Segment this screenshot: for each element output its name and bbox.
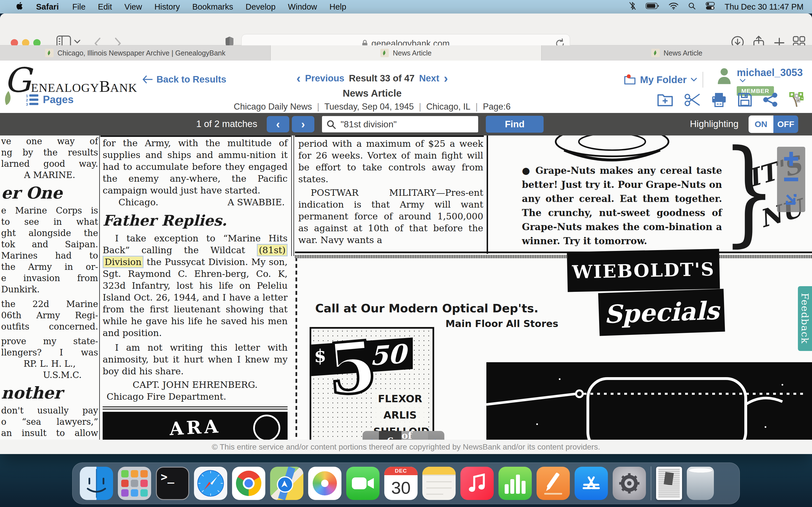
news-line: U.S.M.C. bbox=[1, 369, 98, 381]
dock-numbers-icon[interactable] bbox=[499, 467, 532, 500]
article-type: News Article bbox=[203, 88, 541, 99]
dock-finder-icon[interactable] bbox=[80, 467, 113, 500]
zoom-in-button[interactable] bbox=[782, 150, 800, 169]
news-paragraph: period with a maximum of $25 a week for … bbox=[298, 138, 483, 185]
dock-chrome-icon[interactable] bbox=[232, 467, 265, 500]
ad-ball-graphic bbox=[253, 414, 280, 440]
menu-item-window[interactable]: Window bbox=[282, 2, 323, 11]
news-sig-dept: Chicago Fire Department. bbox=[103, 391, 288, 402]
menu-item-help[interactable]: Help bbox=[323, 2, 353, 11]
calendar-month: DEC bbox=[384, 467, 417, 475]
dock-music-icon[interactable] bbox=[460, 467, 494, 500]
menu-item-view[interactable]: View bbox=[118, 2, 148, 11]
battery-icon[interactable] bbox=[646, 2, 659, 11]
grape-nuts-text: ● Grape-Nuts makes any cereal taste bett… bbox=[522, 164, 722, 248]
user-account[interactable]: michael_3053 MEMBER bbox=[716, 67, 812, 96]
pages-button[interactable]: 123 Pages bbox=[26, 94, 73, 106]
menu-item-history[interactable]: History bbox=[148, 2, 186, 11]
control-center-icon[interactable] bbox=[705, 2, 715, 12]
back-to-results-link[interactable]: Back to Results bbox=[142, 74, 226, 85]
tab-bar: Chicago, Illinois Newspaper Archive | Ge… bbox=[0, 45, 812, 61]
spotlight-search-icon[interactable] bbox=[688, 2, 696, 12]
news-line: don't usually pay bbox=[1, 405, 98, 416]
dock-trash-icon[interactable] bbox=[687, 467, 714, 500]
dock-safari-icon[interactable] bbox=[194, 467, 227, 500]
username[interactable]: michael_3053 bbox=[737, 67, 803, 78]
chevron-down-icon bbox=[740, 78, 746, 83]
dock-system-settings-icon[interactable] bbox=[613, 467, 646, 500]
price-number: 5 bbox=[324, 331, 379, 405]
menu-item-edit[interactable]: Edit bbox=[92, 2, 118, 11]
tab-title: News Article bbox=[393, 49, 432, 57]
previous-match-button[interactable]: ‹ bbox=[267, 116, 289, 132]
menubar-clock[interactable]: Thu Dec 30 11:47 PM bbox=[725, 2, 804, 11]
tab-news-article-2[interactable]: News Article bbox=[542, 45, 812, 61]
tab-news-article-active[interactable]: News Article bbox=[271, 45, 541, 61]
dock-calendar-icon[interactable]: DEC 30 bbox=[384, 467, 417, 500]
next-chevron-icon[interactable]: › bbox=[444, 74, 448, 82]
logo-leaf-icon bbox=[3, 91, 14, 106]
menu-item-develop[interactable]: Develop bbox=[239, 2, 282, 11]
news-text: the Pussycat Division. My son, Sgt. Raym… bbox=[103, 257, 288, 338]
bluetooth-off-icon[interactable] bbox=[629, 2, 636, 12]
dock-facetime-icon[interactable] bbox=[346, 467, 379, 500]
news-line: A MARINE. bbox=[1, 169, 98, 180]
next-match-button[interactable]: › bbox=[292, 116, 314, 132]
viewer-zoom-controls bbox=[777, 147, 805, 212]
menu-item-bookmarks[interactable]: Bookmarks bbox=[186, 2, 239, 11]
tab-newspaper-archive[interactable]: Chicago, Illinois Newspaper Archive | Ge… bbox=[0, 45, 271, 61]
next-page-button[interactable]: › bbox=[428, 431, 444, 440]
previous-link[interactable]: Previous bbox=[305, 73, 344, 83]
eyeglasses-ad-graphic bbox=[486, 362, 812, 440]
menu-item-file[interactable]: File bbox=[66, 2, 92, 11]
result-navigation: ‹ Previous Result 33 of 47 Next › bbox=[296, 73, 448, 83]
my-folder-button[interactable]: My Folder bbox=[624, 74, 697, 86]
menu-item-safari[interactable]: Safari bbox=[30, 2, 66, 11]
news-line: an insult to allow bbox=[1, 427, 98, 439]
print-button[interactable] bbox=[711, 93, 727, 108]
add-to-folder-button[interactable] bbox=[657, 93, 673, 108]
news-heading: Father Replies. bbox=[103, 212, 288, 229]
optical-ad-headline: Call at Our Modern Optical Dep'ts. bbox=[315, 302, 563, 315]
pages-label: Pages bbox=[43, 94, 73, 106]
dock-notes-icon[interactable] bbox=[422, 467, 456, 500]
sidebar-chevron-down-icon[interactable] bbox=[74, 40, 81, 45]
logo-text-enealogy: ENEALOGY bbox=[31, 81, 99, 94]
fit-to-screen-button[interactable] bbox=[783, 191, 799, 209]
dock-newspaper-document-icon[interactable] bbox=[656, 467, 682, 500]
dock-app-store-icon[interactable] bbox=[574, 467, 608, 500]
wieboldts-ad-title: WIEBOLDT'S bbox=[567, 249, 720, 292]
family-tree-button[interactable] bbox=[788, 92, 804, 108]
highlighting-on-button[interactable]: ON bbox=[749, 115, 773, 133]
previous-page-button[interactable]: ‹ bbox=[363, 431, 379, 440]
wifi-icon[interactable] bbox=[669, 2, 678, 11]
clip-article-button[interactable] bbox=[684, 93, 700, 108]
newspaper-page-viewer[interactable]: ve one way of ng by the results larned g… bbox=[0, 135, 812, 440]
next-link[interactable]: Next bbox=[419, 73, 439, 83]
back-to-results-label: Back to Results bbox=[156, 74, 226, 85]
dock-maps-icon[interactable] bbox=[270, 467, 303, 500]
calendar-day: 30 bbox=[384, 475, 417, 500]
apple-menu-icon[interactable] bbox=[10, 2, 30, 12]
dock-terminal-icon[interactable]: >_ bbox=[156, 467, 189, 500]
previous-chevron-icon[interactable]: ‹ bbox=[296, 74, 301, 82]
find-search-input[interactable] bbox=[322, 116, 478, 132]
dock: >_ DEC 30 bbox=[72, 462, 740, 504]
news-line: ve one way of bbox=[1, 135, 98, 147]
news-heading: nother bbox=[1, 385, 98, 401]
feedback-tab[interactable]: Feedback bbox=[798, 286, 812, 351]
zoom-out-button[interactable] bbox=[782, 176, 800, 184]
current-page-number[interactable]: 6 bbox=[379, 431, 402, 440]
optical-price-ad: $ 50 5 FLEXOR ARLIS SHELLOID bbox=[310, 327, 434, 440]
save-button[interactable] bbox=[738, 93, 752, 108]
find-button[interactable]: Find bbox=[486, 116, 544, 133]
safari-window: genealogybank.com bbox=[0, 13, 812, 454]
dock-launchpad-icon[interactable] bbox=[118, 467, 151, 500]
copyright-bar: © This entire service and/or content por… bbox=[0, 440, 812, 454]
share-article-button[interactable] bbox=[763, 93, 777, 108]
find-bar: 1 of 2 matches ‹ › Find Highlighting ON … bbox=[0, 113, 812, 135]
result-count: Result 33 of 47 bbox=[349, 73, 414, 83]
dock-photos-icon[interactable] bbox=[308, 467, 342, 500]
dock-pages-icon[interactable] bbox=[537, 467, 570, 500]
highlighting-off-button[interactable]: OFF bbox=[773, 115, 798, 133]
